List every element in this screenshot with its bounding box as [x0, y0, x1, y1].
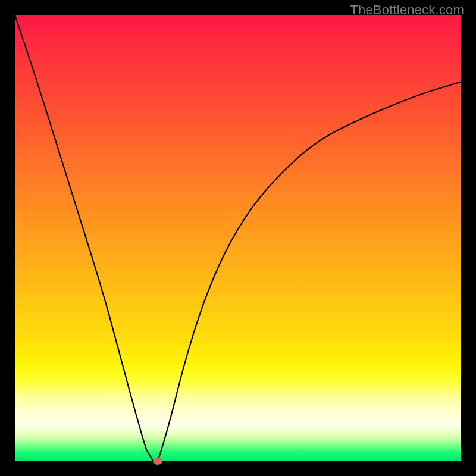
- optimal-point-marker: [153, 458, 162, 465]
- chart-plot-area: [15, 15, 461, 461]
- watermark-text: TheBottleneck.com: [350, 2, 464, 18]
- bottleneck-curve: [15, 15, 461, 461]
- curve-svg: [15, 15, 461, 461]
